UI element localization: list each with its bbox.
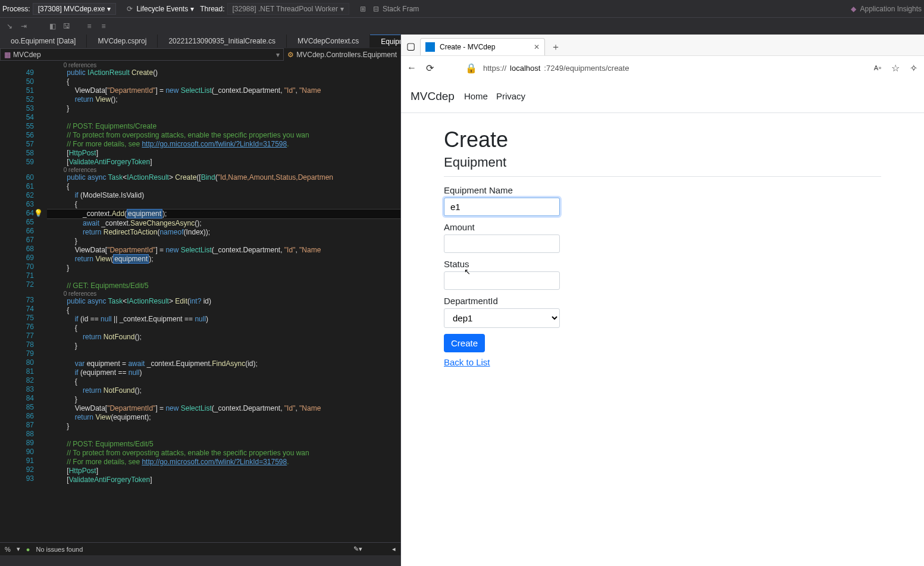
lifecycle-icon[interactable]: ⟳ (125, 4, 134, 14)
page-title: Create (444, 127, 881, 152)
favorite-icon[interactable]: ☆ (889, 62, 901, 74)
page-content: MVCdep Home Privacy Create Equipment Equ… (401, 80, 924, 382)
code-editor-pane: oo.Equipment [Data] MVCdep.csproj 202212… (0, 35, 400, 566)
editor-tab[interactable]: 20221213090935_InitialCreate.cs (158, 35, 286, 48)
browser-window: ▢ Create - MVCdep ✕ ＋ ← ⟳ 🔒 https://loca… (400, 35, 924, 566)
toolbar-icon[interactable]: ≡ (84, 21, 95, 32)
stackframe-label: Stack Fram (383, 5, 419, 13)
refresh-button[interactable]: ⟳ (424, 62, 436, 74)
address-bar[interactable]: https://localhost:7249/equipments/create (483, 64, 866, 73)
lifecycle-label: Lifecycle Events (136, 5, 188, 13)
thread-value: [32988] .NET ThreadPool Worker (233, 5, 338, 13)
class-icon: ⚙ (287, 51, 294, 59)
code-content[interactable]: 0 references public IActionResult Create… (47, 61, 400, 542)
code-area[interactable]: 49505152535455565758596061626364 💡656667… (0, 61, 400, 542)
fold-gutter (39, 61, 47, 542)
divider (444, 176, 881, 177)
toolbar-icon[interactable]: ⊟ (371, 4, 381, 14)
bottom-strip (0, 555, 400, 566)
app-insights-icon[interactable]: ◆ (849, 4, 859, 14)
create-button[interactable]: Create (444, 334, 485, 352)
debug-toolbar: Process: [37308] MVCdep.exe▾ ⟳ Lifecycle… (0, 0, 924, 18)
process-label: Process: (2, 5, 30, 13)
no-issues-label: No issues found (36, 546, 83, 553)
label-status: Status (444, 259, 881, 269)
thread-label: Thread: (200, 5, 224, 13)
browser-tab[interactable]: Create - MVCdep ✕ (420, 38, 545, 55)
line-number-gutter: 49505152535455565758596061626364 💡656667… (0, 61, 39, 542)
page-subtitle: Equipment (444, 155, 881, 170)
nav-home[interactable]: Home (464, 91, 488, 101)
toolbar-icon[interactable]: ⇥ (18, 21, 29, 32)
debug-toolbar-2: ↘ ⇥ ◧ 🖫 ≡ ≡ (0, 18, 924, 35)
editor-tab[interactable]: MVCdep.csproj (87, 35, 158, 48)
nav-privacy[interactable]: Privacy (496, 91, 525, 101)
toolbar-icon[interactable]: ⊞ (358, 4, 368, 14)
process-value: [37308] MVCdep.exe (38, 5, 105, 13)
browser-nav-bar: ← ⟳ 🔒 https://localhost:7249/equipments/… (401, 56, 924, 80)
collections-icon[interactable]: ✧ (907, 62, 919, 74)
tab-title: Create - MVCdep (440, 43, 495, 51)
status-input[interactable] (444, 271, 560, 290)
tab-actions-icon[interactable]: ▢ (403, 39, 418, 53)
back-to-list-link[interactable]: Back to List (444, 357, 490, 367)
process-dropdown[interactable]: [37308] MVCdep.exe▾ (33, 3, 117, 15)
lock-icon[interactable]: 🔒 (465, 62, 477, 74)
label-amount: Amount (444, 222, 881, 232)
editor-status-bar: % ▾ ● No issues found ✎▾ ◂ (0, 542, 400, 555)
toolbar-icon[interactable]: ✎▾ (353, 545, 362, 553)
toolbar-icon[interactable]: ◧ (47, 21, 58, 32)
app-insights-label: Application Insights (860, 5, 922, 13)
editor-tab[interactable]: MVCdepContext.cs (287, 35, 370, 48)
breadcrumb-project[interactable]: ▦ MVCdep ▾ (0, 48, 284, 61)
breadcrumb-class[interactable]: ⚙ MVCdep.Controllers.Equipment (284, 48, 400, 61)
equipment-name-input[interactable] (444, 198, 560, 216)
project-icon: ▦ (4, 51, 11, 59)
chevron-down-icon[interactable]: ▾ (17, 545, 20, 553)
amount-input[interactable] (444, 234, 560, 253)
label-equipment-name: Equipment Name (444, 185, 881, 195)
brand[interactable]: MVCdep (411, 90, 455, 103)
chevron-down-icon: ▾ (276, 51, 280, 59)
read-aloud-icon[interactable]: A» (872, 62, 884, 74)
chevron-down-icon: ▾ (107, 5, 111, 13)
site-navbar: MVCdep Home Privacy (401, 80, 924, 113)
department-select[interactable]: dep1 (444, 308, 560, 328)
back-button[interactable]: ← (406, 62, 418, 74)
close-icon[interactable]: ✕ (534, 43, 540, 51)
editor-tabs: oo.Equipment [Data] MVCdep.csproj 202212… (0, 35, 400, 48)
cursor-icon: ↖ (464, 267, 471, 276)
chevron-down-icon: ▾ (340, 5, 344, 13)
editor-tab[interactable]: oo.Equipment [Data] (0, 35, 87, 48)
browser-tab-strip: ▢ Create - MVCdep ✕ ＋ (401, 35, 924, 56)
toolbar-icon[interactable]: 🖫 (61, 21, 72, 32)
percent-icon: % (5, 546, 11, 553)
toolbar-icon[interactable]: ↘ (4, 21, 15, 32)
chevron-down-icon[interactable]: ▾ (190, 5, 194, 13)
toolbar-icon[interactable]: ≡ (98, 21, 109, 32)
new-tab-button[interactable]: ＋ (547, 39, 564, 55)
toolbar-icon[interactable]: ◂ (392, 545, 396, 553)
thread-dropdown[interactable]: [32988] .NET ThreadPool Worker▾ (227, 3, 349, 15)
ok-icon: ● (26, 546, 30, 553)
favicon-icon (425, 42, 435, 52)
editor-breadcrumbs: ▦ MVCdep ▾ ⚙ MVCdep.Controllers.Equipmen… (0, 48, 400, 61)
label-department: DepartmentId (444, 296, 881, 306)
